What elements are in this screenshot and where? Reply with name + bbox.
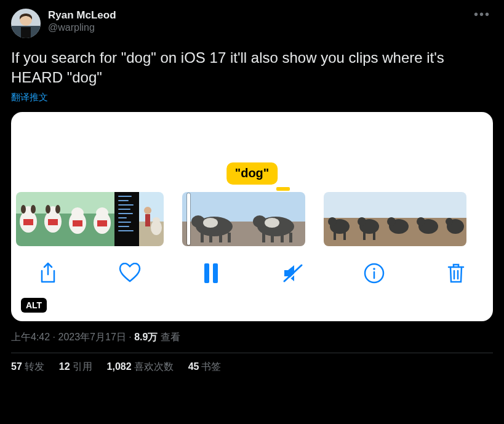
clip-group-1[interactable] bbox=[16, 192, 164, 246]
meta-date[interactable]: 2023年7月17日 bbox=[58, 332, 126, 342]
svg-rect-41 bbox=[343, 231, 346, 240]
thumbnail[interactable] bbox=[324, 192, 353, 246]
svg-rect-8 bbox=[23, 219, 33, 225]
thumbnail[interactable] bbox=[182, 192, 244, 246]
media-card[interactable]: "dog" bbox=[11, 112, 493, 321]
translate-link[interactable]: 翻译推文 bbox=[11, 92, 493, 103]
playhead[interactable] bbox=[187, 193, 190, 245]
thumbnail[interactable] bbox=[353, 192, 383, 246]
svg-point-30 bbox=[203, 218, 218, 228]
svg-rect-13 bbox=[48, 219, 58, 225]
likes-stat[interactable]: 1,082喜欢次数 bbox=[107, 361, 174, 374]
quotes-stat[interactable]: 12引用 bbox=[59, 361, 92, 374]
search-match-tick bbox=[276, 187, 290, 191]
svg-point-7 bbox=[31, 205, 36, 214]
svg-rect-29 bbox=[228, 233, 231, 242]
svg-rect-36 bbox=[289, 233, 292, 242]
thumbnail[interactable] bbox=[65, 192, 90, 246]
thumbnail[interactable] bbox=[90, 192, 114, 246]
likes-count: 1,082 bbox=[107, 361, 132, 372]
clip-group-2[interactable] bbox=[182, 192, 305, 246]
svg-point-25 bbox=[191, 215, 205, 228]
svg-point-47 bbox=[387, 217, 396, 226]
svg-point-57 bbox=[374, 268, 376, 270]
thumbnail[interactable] bbox=[139, 192, 164, 246]
thumbnail[interactable] bbox=[442, 192, 466, 246]
bookmarks-label: 书签 bbox=[201, 361, 221, 372]
tweet-container: Ryan McLeod @warpling ••• If you search … bbox=[0, 0, 504, 374]
svg-rect-52 bbox=[204, 263, 209, 283]
thumbnail[interactable] bbox=[383, 192, 412, 246]
svg-rect-19 bbox=[97, 220, 107, 226]
retweets-count: 57 bbox=[11, 361, 22, 372]
tweet-meta: 上午4:42 · 2023年7月17日 · 8.9万 查看 bbox=[11, 331, 493, 344]
retweets-stat[interactable]: 57转发 bbox=[11, 361, 44, 374]
more-icon[interactable]: ••• bbox=[471, 9, 493, 20]
svg-rect-44 bbox=[363, 231, 366, 240]
svg-point-49 bbox=[417, 217, 425, 226]
info-icon[interactable] bbox=[362, 261, 386, 286]
handle[interactable]: @warpling bbox=[48, 22, 471, 34]
svg-rect-27 bbox=[209, 233, 212, 242]
svg-rect-53 bbox=[213, 263, 218, 283]
alt-badge[interactable]: ALT bbox=[21, 298, 47, 313]
svg-rect-35 bbox=[281, 233, 284, 242]
svg-point-43 bbox=[358, 217, 366, 226]
svg-rect-34 bbox=[271, 233, 274, 242]
tweet-header: Ryan McLeod @warpling ••• bbox=[11, 9, 493, 38]
svg-point-37 bbox=[265, 218, 279, 228]
pause-icon[interactable] bbox=[199, 261, 223, 286]
svg-rect-28 bbox=[219, 233, 222, 242]
thumbnail[interactable] bbox=[41, 192, 65, 246]
svg-point-20 bbox=[144, 207, 151, 214]
likes-label: 喜欢次数 bbox=[134, 361, 174, 372]
svg-rect-33 bbox=[262, 233, 265, 242]
thumbnail[interactable] bbox=[114, 192, 139, 246]
svg-rect-21 bbox=[145, 214, 150, 226]
avatar[interactable] bbox=[11, 9, 41, 38]
svg-point-51 bbox=[446, 218, 453, 225]
thumbnail[interactable] bbox=[244, 192, 305, 246]
svg-rect-40 bbox=[334, 231, 336, 240]
views-count: 8.9万 bbox=[134, 332, 158, 342]
svg-point-23 bbox=[153, 217, 160, 223]
quotes-label: 引用 bbox=[73, 361, 92, 372]
heart-icon[interactable] bbox=[118, 261, 142, 286]
thumbnail[interactable] bbox=[16, 192, 41, 246]
divider bbox=[11, 353, 493, 353]
tweet-stats: 57转发 12引用 1,082喜欢次数 45书签 bbox=[11, 361, 493, 374]
svg-rect-45 bbox=[373, 231, 375, 240]
clip-group-3[interactable] bbox=[324, 192, 466, 246]
search-match-label: "dog" bbox=[226, 162, 278, 185]
display-name[interactable]: Ryan McLeod bbox=[48, 9, 471, 22]
tweet-text: If you search for "dog" on iOS 17 it'll … bbox=[11, 48, 493, 88]
meta-time[interactable]: 上午4:42 bbox=[11, 332, 50, 342]
svg-point-15 bbox=[71, 207, 84, 218]
media-top: "dog" bbox=[11, 112, 493, 192]
quotes-count: 12 bbox=[59, 361, 70, 372]
author-names: Ryan McLeod @warpling bbox=[48, 9, 471, 34]
share-icon[interactable] bbox=[36, 261, 60, 286]
media-toolbar bbox=[11, 246, 493, 286]
svg-point-39 bbox=[328, 217, 337, 226]
svg-rect-26 bbox=[201, 233, 204, 242]
svg-point-18 bbox=[96, 207, 108, 218]
trash-icon[interactable] bbox=[444, 261, 468, 286]
svg-point-11 bbox=[46, 205, 50, 214]
svg-point-6 bbox=[21, 205, 26, 214]
retweets-label: 转发 bbox=[25, 361, 44, 372]
bookmarks-count: 45 bbox=[188, 361, 199, 372]
svg-rect-3 bbox=[21, 27, 31, 38]
mute-icon[interactable] bbox=[281, 261, 305, 286]
svg-rect-16 bbox=[73, 220, 82, 226]
svg-point-32 bbox=[253, 215, 266, 228]
svg-point-12 bbox=[55, 205, 60, 214]
thumbnail[interactable] bbox=[412, 192, 442, 246]
bookmarks-stat[interactable]: 45书签 bbox=[188, 361, 222, 374]
filmstrip[interactable] bbox=[11, 192, 493, 246]
views-label: 查看 bbox=[161, 332, 180, 342]
